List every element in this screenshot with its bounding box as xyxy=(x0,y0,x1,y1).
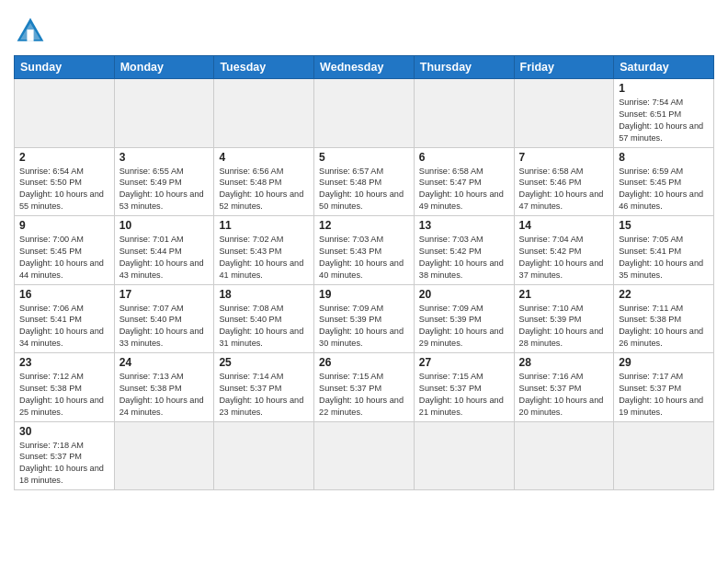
svg-rect-2 xyxy=(27,29,33,41)
calendar-cell: 10Sunrise: 7:01 AM Sunset: 5:44 PM Dayli… xyxy=(114,216,214,285)
day-number: 13 xyxy=(419,219,509,232)
calendar-cell xyxy=(314,421,415,490)
day-info: Sunrise: 6:55 AM Sunset: 5:49 PM Dayligh… xyxy=(119,166,210,213)
day-number: 30 xyxy=(19,425,109,438)
calendar-week-row: 30Sunrise: 7:18 AM Sunset: 5:37 PM Dayli… xyxy=(15,421,714,490)
day-number: 26 xyxy=(319,356,409,369)
day-info: Sunrise: 7:07 AM Sunset: 5:40 PM Dayligh… xyxy=(119,303,210,350)
day-info: Sunrise: 7:03 AM Sunset: 5:43 PM Dayligh… xyxy=(319,234,409,282)
day-info: Sunrise: 6:57 AM Sunset: 5:48 PM Dayligh… xyxy=(319,166,409,213)
calendar-cell: 27Sunrise: 7:15 AM Sunset: 5:37 PM Dayli… xyxy=(414,353,514,422)
calendar-cell: 17Sunrise: 7:07 AM Sunset: 5:40 PM Dayli… xyxy=(114,284,214,353)
day-info: Sunrise: 7:08 AM Sunset: 5:40 PM Dayligh… xyxy=(219,303,309,350)
calendar-cell: 9Sunrise: 7:00 AM Sunset: 5:45 PM Daylig… xyxy=(15,216,115,285)
calendar-cell: 5Sunrise: 6:57 AM Sunset: 5:48 PM Daylig… xyxy=(314,147,415,216)
day-info: Sunrise: 7:11 AM Sunset: 5:38 PM Dayligh… xyxy=(619,303,709,350)
day-number: 7 xyxy=(519,151,609,164)
calendar-cell xyxy=(514,421,614,490)
day-number: 28 xyxy=(519,356,609,369)
day-info: Sunrise: 7:54 AM Sunset: 6:51 PM Dayligh… xyxy=(619,97,709,144)
calendar-cell: 14Sunrise: 7:04 AM Sunset: 5:42 PM Dayli… xyxy=(514,216,614,285)
day-number: 25 xyxy=(219,356,309,369)
day-number: 24 xyxy=(119,356,210,369)
calendar-cell: 1Sunrise: 7:54 AM Sunset: 6:51 PM Daylig… xyxy=(614,79,714,148)
day-info: Sunrise: 7:03 AM Sunset: 5:42 PM Dayligh… xyxy=(419,234,509,282)
day-info: Sunrise: 7:09 AM Sunset: 5:39 PM Dayligh… xyxy=(319,303,409,350)
day-info: Sunrise: 7:16 AM Sunset: 5:37 PM Dayligh… xyxy=(519,371,609,419)
day-number: 21 xyxy=(519,288,609,301)
calendar-cell: 4Sunrise: 6:56 AM Sunset: 5:48 PM Daylig… xyxy=(214,147,314,216)
day-info: Sunrise: 6:58 AM Sunset: 5:47 PM Dayligh… xyxy=(419,166,509,213)
column-header-thursday: Thursday xyxy=(414,56,514,79)
day-number: 27 xyxy=(419,356,509,369)
calendar-week-row: 2Sunrise: 6:54 AM Sunset: 5:50 PM Daylig… xyxy=(15,147,714,216)
day-info: Sunrise: 7:01 AM Sunset: 5:44 PM Dayligh… xyxy=(119,234,210,282)
calendar-cell: 16Sunrise: 7:06 AM Sunset: 5:41 PM Dayli… xyxy=(15,284,115,353)
logo xyxy=(14,9,51,48)
calendar-cell: 6Sunrise: 6:58 AM Sunset: 5:47 PM Daylig… xyxy=(414,147,514,216)
column-header-friday: Friday xyxy=(514,56,614,79)
day-info: Sunrise: 7:14 AM Sunset: 5:37 PM Dayligh… xyxy=(219,371,309,419)
day-number: 4 xyxy=(219,151,309,164)
day-number: 20 xyxy=(419,288,509,301)
day-info: Sunrise: 7:09 AM Sunset: 5:39 PM Dayligh… xyxy=(419,303,509,350)
calendar-cell: 26Sunrise: 7:15 AM Sunset: 5:37 PM Dayli… xyxy=(314,353,415,422)
day-info: Sunrise: 6:54 AM Sunset: 5:50 PM Dayligh… xyxy=(19,166,109,213)
column-header-wednesday: Wednesday xyxy=(314,56,415,79)
calendar-cell: 3Sunrise: 6:55 AM Sunset: 5:49 PM Daylig… xyxy=(114,147,214,216)
calendar: SundayMondayTuesdayWednesdayThursdayFrid… xyxy=(14,55,714,490)
column-header-tuesday: Tuesday xyxy=(214,56,314,79)
day-info: Sunrise: 7:13 AM Sunset: 5:38 PM Dayligh… xyxy=(119,371,210,419)
day-number: 9 xyxy=(19,219,109,232)
calendar-cell xyxy=(514,79,614,148)
calendar-cell: 8Sunrise: 6:59 AM Sunset: 5:45 PM Daylig… xyxy=(614,147,714,216)
calendar-cell: 7Sunrise: 6:58 AM Sunset: 5:46 PM Daylig… xyxy=(514,147,614,216)
day-number: 2 xyxy=(19,151,109,164)
day-info: Sunrise: 7:10 AM Sunset: 5:39 PM Dayligh… xyxy=(519,303,609,350)
calendar-cell: 30Sunrise: 7:18 AM Sunset: 5:37 PM Dayli… xyxy=(15,421,115,490)
calendar-week-row: 9Sunrise: 7:00 AM Sunset: 5:45 PM Daylig… xyxy=(15,216,714,285)
column-header-saturday: Saturday xyxy=(614,56,714,79)
header xyxy=(14,9,714,48)
day-info: Sunrise: 7:15 AM Sunset: 5:37 PM Dayligh… xyxy=(419,371,509,419)
day-info: Sunrise: 6:58 AM Sunset: 5:46 PM Dayligh… xyxy=(519,166,609,213)
calendar-cell: 21Sunrise: 7:10 AM Sunset: 5:39 PM Dayli… xyxy=(514,284,614,353)
day-info: Sunrise: 7:05 AM Sunset: 5:41 PM Dayligh… xyxy=(619,234,709,282)
calendar-week-row: 1Sunrise: 7:54 AM Sunset: 6:51 PM Daylig… xyxy=(15,79,714,148)
calendar-week-row: 16Sunrise: 7:06 AM Sunset: 5:41 PM Dayli… xyxy=(15,284,714,353)
day-info: Sunrise: 6:59 AM Sunset: 5:45 PM Dayligh… xyxy=(619,166,709,213)
day-info: Sunrise: 7:04 AM Sunset: 5:42 PM Dayligh… xyxy=(519,234,609,282)
calendar-cell: 22Sunrise: 7:11 AM Sunset: 5:38 PM Dayli… xyxy=(614,284,714,353)
calendar-cell xyxy=(214,421,314,490)
day-number: 3 xyxy=(119,151,210,164)
day-info: Sunrise: 6:56 AM Sunset: 5:48 PM Dayligh… xyxy=(219,166,309,213)
day-number: 11 xyxy=(219,219,309,232)
day-info: Sunrise: 7:00 AM Sunset: 5:45 PM Dayligh… xyxy=(19,234,109,282)
day-number: 23 xyxy=(19,356,109,369)
day-number: 8 xyxy=(619,151,709,164)
calendar-cell xyxy=(414,421,514,490)
calendar-cell: 12Sunrise: 7:03 AM Sunset: 5:43 PM Dayli… xyxy=(314,216,415,285)
day-info: Sunrise: 7:12 AM Sunset: 5:38 PM Dayligh… xyxy=(19,371,109,419)
day-number: 19 xyxy=(319,288,409,301)
calendar-cell xyxy=(414,79,514,148)
calendar-cell: 28Sunrise: 7:16 AM Sunset: 5:37 PM Dayli… xyxy=(514,353,614,422)
day-number: 1 xyxy=(619,82,709,95)
day-info: Sunrise: 7:17 AM Sunset: 5:37 PM Dayligh… xyxy=(619,371,709,419)
logo-icon xyxy=(14,15,47,48)
column-header-sunday: Sunday xyxy=(15,56,115,79)
day-number: 14 xyxy=(519,219,609,232)
calendar-cell: 11Sunrise: 7:02 AM Sunset: 5:43 PM Dayli… xyxy=(214,216,314,285)
day-number: 10 xyxy=(119,219,210,232)
calendar-cell xyxy=(114,79,214,148)
calendar-cell: 29Sunrise: 7:17 AM Sunset: 5:37 PM Dayli… xyxy=(614,353,714,422)
calendar-cell xyxy=(314,79,415,148)
calendar-cell: 18Sunrise: 7:08 AM Sunset: 5:40 PM Dayli… xyxy=(214,284,314,353)
page: SundayMondayTuesdayWednesdayThursdayFrid… xyxy=(0,0,728,563)
calendar-cell: 24Sunrise: 7:13 AM Sunset: 5:38 PM Dayli… xyxy=(114,353,214,422)
calendar-header-row: SundayMondayTuesdayWednesdayThursdayFrid… xyxy=(15,56,714,79)
day-number: 17 xyxy=(119,288,210,301)
day-info: Sunrise: 7:15 AM Sunset: 5:37 PM Dayligh… xyxy=(319,371,409,419)
calendar-cell xyxy=(614,421,714,490)
calendar-cell: 15Sunrise: 7:05 AM Sunset: 5:41 PM Dayli… xyxy=(614,216,714,285)
